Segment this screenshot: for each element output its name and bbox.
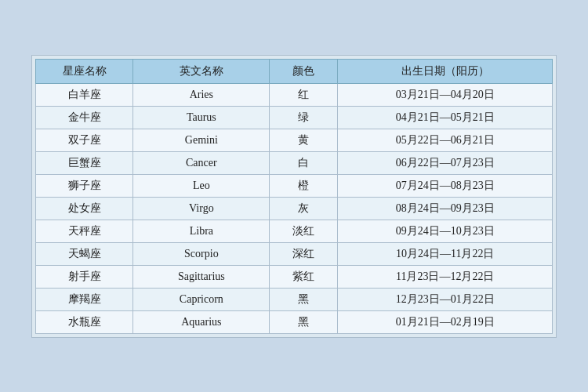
cell-color: 白 [270,151,338,174]
cell-chinese: 摩羯座 [36,288,133,310]
cell-color: 绿 [270,106,338,129]
cell-english: Scorpio [133,242,270,265]
cell-color: 红 [270,83,338,106]
cell-chinese: 处女座 [36,197,133,220]
cell-date: 01月21日—02月19日 [338,310,553,333]
cell-color: 淡红 [270,220,338,242]
cell-color: 深红 [270,242,338,265]
cell-date: 08月24日—09月23日 [338,197,553,220]
table-row: 摩羯座Capricorn黑12月23日—01月22日 [36,288,553,310]
cell-color: 灰 [270,197,338,220]
table-header-row: 星座名称 英文名称 颜色 出生日期（阳历） [36,59,553,83]
cell-english: Taurus [133,106,270,129]
cell-chinese: 水瓶座 [36,310,133,333]
zodiac-table-container: 星座名称 英文名称 颜色 出生日期（阳历） 白羊座Aries红03月21日—04… [31,55,557,338]
cell-color: 黑 [270,288,338,310]
cell-color: 黑 [270,310,338,333]
cell-date: 10月24日—11月22日 [338,242,553,265]
cell-color: 黄 [270,129,338,151]
cell-chinese: 双子座 [36,129,133,151]
cell-color: 紫红 [270,265,338,288]
cell-date: 11月23日—12月22日 [338,265,553,288]
cell-chinese: 金牛座 [36,106,133,129]
cell-english: Leo [133,174,270,197]
header-date: 出生日期（阳历） [338,59,553,83]
cell-english: Virgo [133,197,270,220]
cell-date: 04月21日—05月21日 [338,106,553,129]
cell-date: 12月23日—01月22日 [338,288,553,310]
table-row: 双子座Gemini黄05月22日—06月21日 [36,129,553,151]
cell-chinese: 白羊座 [36,83,133,106]
cell-date: 03月21日—04月20日 [338,83,553,106]
cell-english: Sagittarius [133,265,270,288]
table-row: 处女座Virgo灰08月24日—09月23日 [36,197,553,220]
cell-color: 橙 [270,174,338,197]
table-row: 巨蟹座Cancer白06月22日—07月23日 [36,151,553,174]
cell-chinese: 射手座 [36,265,133,288]
table-row: 狮子座Leo橙07月24日—08月23日 [36,174,553,197]
header-chinese: 星座名称 [36,59,133,83]
header-english: 英文名称 [133,59,270,83]
table-row: 射手座Sagittarius紫红11月23日—12月22日 [36,265,553,288]
cell-english: Capricorn [133,288,270,310]
cell-date: 09月24日—10月23日 [338,220,553,242]
zodiac-table: 星座名称 英文名称 颜色 出生日期（阳历） 白羊座Aries红03月21日—04… [35,59,553,334]
table-body: 白羊座Aries红03月21日—04月20日金牛座Taurus绿04月21日—0… [36,83,553,333]
cell-chinese: 天秤座 [36,220,133,242]
table-row: 金牛座Taurus绿04月21日—05月21日 [36,106,553,129]
table-row: 天秤座Libra淡红09月24日—10月23日 [36,220,553,242]
cell-date: 07月24日—08月23日 [338,174,553,197]
cell-chinese: 狮子座 [36,174,133,197]
cell-english: Gemini [133,129,270,151]
cell-english: Cancer [133,151,270,174]
cell-english: Aries [133,83,270,106]
cell-chinese: 巨蟹座 [36,151,133,174]
table-row: 白羊座Aries红03月21日—04月20日 [36,83,553,106]
cell-date: 05月22日—06月21日 [338,129,553,151]
table-row: 天蝎座Scorpio深红10月24日—11月22日 [36,242,553,265]
header-color: 颜色 [270,59,338,83]
cell-english: Aquarius [133,310,270,333]
table-row: 水瓶座Aquarius黑01月21日—02月19日 [36,310,553,333]
cell-english: Libra [133,220,270,242]
cell-date: 06月22日—07月23日 [338,151,553,174]
cell-chinese: 天蝎座 [36,242,133,265]
